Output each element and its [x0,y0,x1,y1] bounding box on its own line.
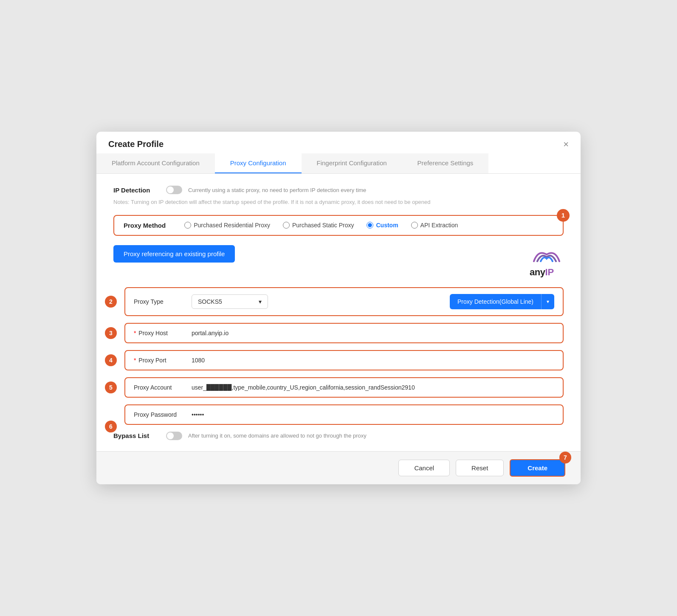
radio-purchased-static[interactable]: Purchased Static Proxy [283,222,354,229]
tabs-bar: Platform Account Configuration Proxy Con… [96,153,581,174]
proxy-password-box: Proxy Password [124,404,564,425]
proxy-password-input[interactable] [192,411,554,418]
proxy-ref-button[interactable]: Proxy referencing an existing profile [113,245,235,263]
radio-api-extraction[interactable]: API Extraction [411,222,458,229]
proxy-host-label: * Proxy Host [134,330,185,336]
proxy-host-section: 3 * Proxy Host [113,323,564,343]
dialog-content: IP Detection Currently using a static pr… [96,174,581,451]
tab-proxy-configuration[interactable]: Proxy Configuration [215,153,302,173]
create-profile-dialog: Create Profile × Platform Account Config… [96,132,581,484]
proxy-type-label: Proxy Type [134,298,185,305]
bypass-list-section: Bypass List After turning it on, some do… [113,432,564,440]
required-star-host: * [134,330,136,336]
anyip-ip-text: IP [545,267,554,278]
step-badge-4: 4 [105,354,117,366]
proxy-detection-label: Proxy Detection(Global Line) [450,294,542,309]
proxy-method-box: Proxy Method Purchased Residential Proxy… [113,215,564,236]
proxy-account-section: 5 Proxy Account [113,377,564,398]
proxy-type-chevron-icon: ▾ [259,298,262,305]
proxy-type-select[interactable]: SOCKS5 ▾ [192,294,268,309]
tab-preference-settings[interactable]: Preference Settings [402,153,489,173]
step-badge-5: 5 [105,381,117,393]
anyip-logo-graphic: anyIP [530,245,564,278]
tab-fingerprint[interactable]: Fingerprint Configuration [302,153,402,173]
create-button[interactable]: Create [510,459,565,477]
proxy-port-box: * Proxy Port [124,350,564,370]
proxy-port-section: 4 * Proxy Port [113,350,564,370]
anyip-logo: anyIP [530,245,564,278]
bypass-list-label: Bypass List [113,432,160,439]
ip-detection-label: IP Detection [113,186,160,194]
create-btn-wrap: 7 Create [510,459,565,477]
ip-detection-notes: Notes: Turning on IP detection will affe… [113,198,564,207]
radio-purchased-residential[interactable]: Purchased Residential Proxy [184,222,270,229]
bypass-list-desc: After turning it on, some domains are al… [188,432,367,439]
proxy-type-box: Proxy Type SOCKS5 ▾ Proxy Detection(Glob… [124,287,564,316]
proxy-password-section: 6 Proxy Password [113,404,564,425]
dialog-title: Create Profile [108,139,164,149]
proxy-password-label: Proxy Password [134,411,185,418]
radio-label-static: Purchased Static Proxy [292,222,354,229]
step-badge-2: 2 [105,296,117,308]
proxy-ref-section: Proxy referencing an existing profile an… [113,245,564,278]
proxy-method-section: Proxy Method Purchased Residential Proxy… [113,215,564,236]
ip-detection-toggle[interactable] [166,186,182,194]
proxy-account-box: Proxy Account [124,377,564,398]
close-button[interactable]: × [563,140,569,149]
proxy-type-value: SOCKS5 [198,298,222,305]
bypass-list-toggle[interactable] [166,432,182,440]
step-badge-6: 6 [105,421,117,432]
tab-platform-account[interactable]: Platform Account Configuration [96,153,215,173]
proxy-account-input[interactable] [192,384,554,391]
ip-detection-desc: Currently using a static proxy, no need … [188,187,366,193]
dialog-footer: Cancel Reset 7 Create [96,451,581,484]
dialog-title-bar: Create Profile × [96,132,581,153]
reset-button[interactable]: Reset [456,460,504,476]
radio-label-residential: Purchased Residential Proxy [194,222,270,229]
proxy-port-label: * Proxy Port [134,357,185,364]
radio-label-custom: Custom [376,222,398,229]
proxy-detection-dropdown-icon[interactable]: ▾ [542,294,554,309]
step-badge-3: 3 [105,327,117,339]
proxy-account-label: Proxy Account [134,384,185,391]
proxy-type-section: 2 Proxy Type SOCKS5 ▾ Proxy Detection(Gl… [113,287,564,316]
ip-detection-row: IP Detection Currently using a static pr… [113,186,564,194]
proxy-host-input[interactable] [192,330,554,336]
proxy-port-input[interactable] [192,357,554,364]
cancel-button[interactable]: Cancel [398,460,450,476]
proxy-host-box: * Proxy Host [124,323,564,343]
step-badge-1: 1 [557,209,570,222]
anyip-arc-svg [530,245,564,268]
proxy-method-label: Proxy Method [124,222,166,229]
step-badge-7: 7 [559,452,571,463]
required-star-port: * [134,357,136,364]
radio-custom[interactable]: Custom [367,222,398,229]
radio-label-api: API Extraction [420,222,458,229]
anyip-text: any [530,267,545,278]
proxy-detection-button[interactable]: Proxy Detection(Global Line) ▾ [450,294,554,309]
